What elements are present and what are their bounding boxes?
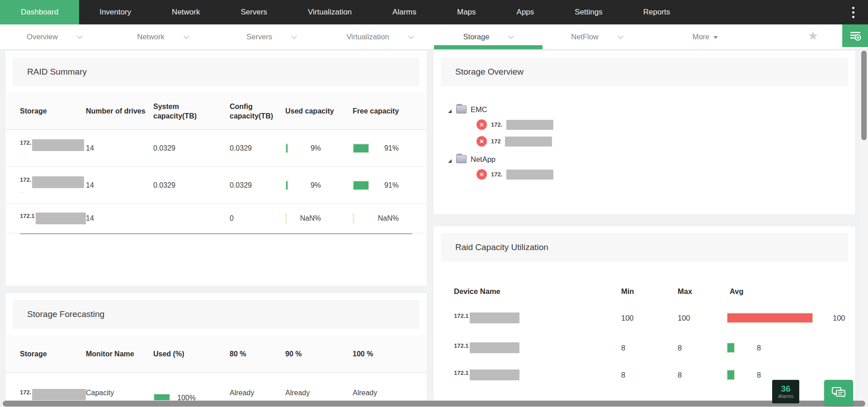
config-capacity-cell: 0.0329 bbox=[230, 144, 285, 152]
horizontal-scrollbar[interactable] bbox=[0, 400, 868, 407]
collapse-icon[interactable] bbox=[448, 107, 452, 112]
used-capacity-cell: 9% bbox=[285, 143, 353, 153]
device-ip-prefix: 172.1 bbox=[454, 369, 469, 376]
table-row[interactable]: 172.1100100100 bbox=[434, 302, 855, 334]
tab-label: More bbox=[693, 33, 710, 41]
column-header[interactable]: 80 % bbox=[230, 349, 285, 359]
nav-item-virtualization[interactable]: Virtualization bbox=[288, 0, 372, 24]
kebab-menu-icon[interactable] bbox=[839, 0, 868, 24]
nav-item-servers[interactable]: Servers bbox=[220, 0, 288, 24]
nav-item-reports[interactable]: Reports bbox=[623, 0, 691, 24]
free-capacity-cell: 91% bbox=[353, 143, 427, 153]
device-name-cell[interactable]: 172.1 bbox=[454, 342, 621, 353]
add-widget-button[interactable] bbox=[842, 24, 868, 47]
device-ip-prefix: 172.1 bbox=[454, 342, 469, 349]
device-name-cell[interactable]: 172.1 bbox=[454, 369, 621, 380]
avg-value: 8 bbox=[757, 344, 761, 352]
column-header[interactable]: Storage bbox=[20, 106, 86, 116]
tree-device-item[interactable]: ✕172. bbox=[476, 116, 855, 133]
column-header[interactable]: Config capacity(TB) bbox=[230, 102, 285, 121]
table-row[interactable]: 172.1140NaN%NaN% bbox=[5, 204, 427, 233]
avg-value: 100 bbox=[833, 314, 845, 322]
redacted-text bbox=[470, 369, 519, 380]
alarms-count: 36 bbox=[781, 384, 790, 393]
redacted-text bbox=[36, 213, 86, 224]
raid-summary-header-row: StorageNumber of drivesSystem capacity(T… bbox=[5, 93, 427, 130]
column-header[interactable]: Number of drives bbox=[86, 106, 153, 116]
table-row[interactable]: 172.· .140.03290.03299%91% bbox=[5, 130, 427, 167]
collapse-icon[interactable] bbox=[448, 157, 452, 161]
tree-folder-label: EMC bbox=[471, 105, 487, 114]
table-row[interactable]: 172.1888 bbox=[434, 334, 855, 361]
redacted-text bbox=[32, 176, 84, 188]
column-header[interactable]: 90 % bbox=[285, 349, 353, 359]
tab-network[interactable]: Network bbox=[108, 24, 217, 49]
max-cell: 8 bbox=[678, 344, 730, 352]
raid-capacity-header-row: Device NameMinMaxAvg bbox=[434, 281, 855, 302]
nav-item-apps[interactable]: Apps bbox=[496, 0, 555, 24]
green-usage-bar bbox=[353, 143, 369, 153]
storage-name-cell[interactable]: 172.·· bbox=[20, 176, 86, 194]
storage-name-cell[interactable]: 172.1 bbox=[20, 213, 86, 224]
used-capacity-value: 9% bbox=[288, 144, 321, 152]
widget-title: Storage Forecasting bbox=[13, 300, 420, 329]
storage-name-cell[interactable]: 172.· . bbox=[20, 139, 86, 157]
storage-forecasting-widget: Storage Forecasting StorageMonitor NameU… bbox=[5, 293, 427, 407]
column-header[interactable]: Monitor Name bbox=[86, 349, 153, 359]
column-header[interactable]: Avg bbox=[730, 287, 855, 296]
vertical-scrollbar-thumb[interactable] bbox=[861, 51, 867, 140]
forecasting-header-row: StorageMonitor NameUsed (%)80 %90 %100 % bbox=[5, 335, 427, 373]
tree-device-item[interactable]: ✕172. bbox=[476, 166, 855, 183]
tab-virtualization[interactable]: Virtualization bbox=[326, 24, 434, 49]
down-status-icon: ✕ bbox=[476, 169, 487, 180]
tab-storage[interactable]: Storage bbox=[434, 24, 542, 49]
storage-overview-widget: Storage Overview EMC✕172.✕172NetApp✕172. bbox=[434, 51, 855, 214]
nav-item-network[interactable]: Network bbox=[151, 0, 220, 24]
vertical-scrollbar[interactable] bbox=[860, 50, 868, 407]
column-header[interactable]: 100 % bbox=[353, 349, 427, 359]
widget-title: Raid Capacity Utilization bbox=[441, 233, 848, 262]
free-capacity-cell: 91% bbox=[353, 180, 427, 190]
tree-group: EMC✕172.✕172 bbox=[448, 103, 855, 150]
used-capacity-value: 9% bbox=[288, 181, 321, 189]
chevron-down-icon bbox=[408, 33, 414, 39]
tree-device-item[interactable]: ✕172 bbox=[476, 133, 855, 150]
table-row[interactable]: 172.··140.03290.03299%91% bbox=[5, 167, 427, 204]
tab-more[interactable]: More bbox=[651, 24, 760, 49]
tab-servers[interactable]: Servers bbox=[217, 24, 326, 49]
tree-folder-emc[interactable]: EMC bbox=[448, 103, 855, 116]
tree-folder-netapp[interactable]: NetApp bbox=[448, 152, 855, 166]
column-header[interactable]: Used (%) bbox=[153, 349, 230, 359]
nav-item-settings[interactable]: Settings bbox=[554, 0, 623, 24]
tab-netflow[interactable]: NetFlow bbox=[542, 24, 651, 49]
horizontal-scrollbar-thumb[interactable] bbox=[3, 401, 865, 407]
chevron-down-icon bbox=[509, 33, 514, 39]
min-cell: 8 bbox=[621, 371, 678, 379]
column-header[interactable]: Used capacity bbox=[285, 106, 353, 116]
chevron-down-icon bbox=[184, 33, 189, 39]
nav-item-dashboard[interactable]: Dashboard bbox=[0, 0, 79, 24]
alarms-badge[interactable]: 36 Alarms bbox=[772, 380, 799, 403]
green-usage-bar bbox=[285, 180, 288, 190]
column-header[interactable]: Min bbox=[621, 287, 678, 296]
nav-item-inventory[interactable]: Inventory bbox=[79, 0, 151, 24]
drives-cell: 14 bbox=[86, 214, 153, 222]
chat-support-button[interactable] bbox=[824, 380, 853, 406]
nav-item-maps[interactable]: Maps bbox=[437, 0, 496, 24]
device-name-cell[interactable]: 172.1 bbox=[454, 312, 621, 323]
redacted-text bbox=[506, 170, 553, 180]
favorite-star-icon[interactable]: ★ bbox=[808, 29, 818, 43]
tab-overview[interactable]: Overview bbox=[0, 24, 108, 49]
nav-item-alarms[interactable]: Alarms bbox=[372, 0, 437, 24]
avg-cell: 100 bbox=[726, 312, 855, 323]
column-header[interactable]: Max bbox=[678, 287, 730, 296]
device-ip-prefix: 172. bbox=[20, 139, 31, 146]
column-header[interactable]: Storage bbox=[20, 349, 86, 359]
column-header[interactable]: System capacity(TB) bbox=[153, 102, 230, 121]
column-header[interactable]: Device Name bbox=[454, 287, 621, 296]
device-ip-prefix: 172.1 bbox=[454, 312, 469, 319]
tree-folder-label: NetApp bbox=[471, 155, 495, 164]
device-ip-prefix: 172. bbox=[20, 389, 31, 396]
dropdown-arrow-icon bbox=[713, 36, 718, 39]
column-header[interactable]: Free capacity bbox=[353, 106, 427, 116]
